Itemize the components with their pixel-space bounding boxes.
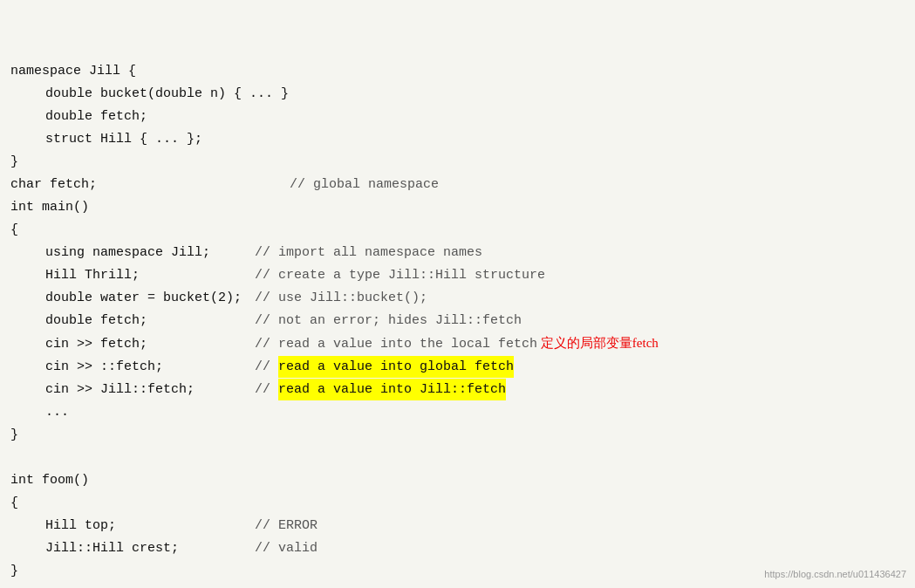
code-part: }: [10, 151, 290, 174]
code-line: int foom(): [10, 469, 898, 492]
code-part: namespace Jill {: [10, 60, 290, 83]
comment-prefix: //: [255, 356, 278, 379]
code-line: namespace Jill {: [10, 60, 898, 83]
watermark: https://blog.csdn.net/u011436427: [764, 569, 906, 579]
code-part: using namespace Jill;: [10, 242, 255, 264]
code-part: cin >> ::fetch;: [10, 356, 255, 379]
code-line: }: [10, 424, 898, 447]
code-line: cin >> Jill::fetch;// read a value into …: [10, 379, 898, 401]
code-line: [10, 447, 898, 469]
code-line: char fetch;// global namespace: [10, 174, 898, 196]
comment: // not an error; hides Jill::fetch: [255, 310, 522, 332]
code-part: double bucket(double n) { ... }: [10, 83, 289, 106]
code-line: using namespace Jill;// import all names…: [10, 242, 898, 264]
code-part: struct Hill { ... };: [10, 128, 255, 151]
code-line: int main(): [10, 196, 898, 219]
code-part: {: [10, 219, 290, 242]
code-part: int foom(): [10, 469, 290, 492]
code-line: double bucket(double n) { ... }: [10, 83, 898, 106]
comment: // import all namespace names: [255, 242, 482, 264]
comment: // ERROR: [255, 515, 318, 537]
code-line: cin >> ::fetch;// read a value into glob…: [10, 356, 898, 379]
comment-highlighted: read a value into global fetch: [278, 356, 514, 379]
code-line: ...: [10, 401, 898, 424]
code-line: Hill Thrill;// create a type Jill::Hill …: [10, 264, 898, 287]
code-part: ...: [10, 401, 255, 424]
code-part: double water = bucket(2);: [10, 287, 255, 310]
comment: // valid: [255, 537, 318, 560]
comment: // use Jill::bucket();: [255, 287, 427, 310]
code-part: }: [10, 424, 290, 447]
code-part: Hill top;: [10, 515, 255, 537]
code-part: cin >> Jill::fetch;: [10, 379, 255, 401]
comment: // global namespace: [290, 174, 439, 196]
code-line: double fetch;: [10, 106, 898, 128]
code-part: double fetch;: [10, 310, 255, 332]
code-part: double fetch;: [10, 106, 255, 128]
annotation: 定义的局部变量fetch: [537, 332, 659, 355]
code-part: {: [10, 492, 290, 515]
comment-highlighted: read a value into Jill::fetch: [278, 379, 506, 401]
code-line: struct Hill { ... };: [10, 128, 898, 151]
code-part: cin >> fetch;: [10, 333, 255, 356]
code-block: namespace Jill {double bucket(double n) …: [10, 16, 898, 583]
code-line: double fetch;// not an error; hides Jill…: [10, 310, 898, 332]
code-line: }: [10, 151, 898, 174]
comment: // read a value into the local fetch: [255, 333, 537, 356]
code-line: cin >> fetch;// read a value into the lo…: [10, 332, 898, 356]
comment: // create a type Jill::Hill structure: [255, 264, 545, 287]
code-line: double water = bucket(2);// use Jill::bu…: [10, 287, 898, 310]
code-part: char fetch;: [10, 174, 290, 196]
code-part: int main(): [10, 196, 290, 219]
code-line: Jill::Hill crest;// valid: [10, 537, 898, 560]
code-line: Hill top;// ERROR: [10, 515, 898, 537]
comment-prefix: //: [255, 379, 278, 401]
code-part: Hill Thrill;: [10, 264, 255, 287]
code-part: }: [10, 560, 290, 583]
code-line: {: [10, 219, 898, 242]
code-line: {: [10, 492, 898, 515]
code-part: Jill::Hill crest;: [10, 537, 255, 560]
